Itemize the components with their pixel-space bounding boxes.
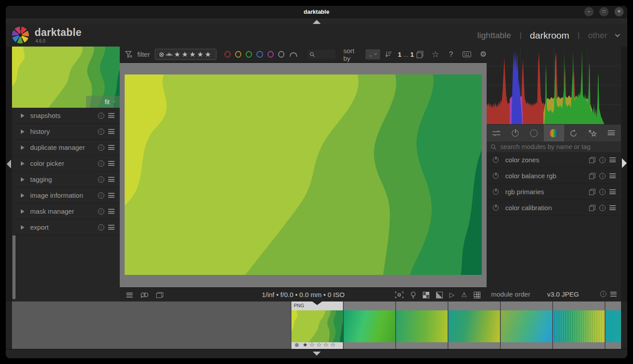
range-star-icon[interactable]: ★ <box>167 51 172 57</box>
info-icon[interactable] <box>98 113 104 119</box>
info-icon[interactable] <box>98 192 104 199</box>
enable-module-icon[interactable] <box>492 188 499 195</box>
presets-menu-icon[interactable] <box>609 205 616 210</box>
info-icon[interactable] <box>599 189 605 195</box>
star-rating[interactable]: ★☆☆☆☆ <box>303 342 337 348</box>
tab-active-modules[interactable] <box>487 125 506 141</box>
info-icon[interactable] <box>98 224 104 231</box>
multi-instance-icon[interactable] <box>589 173 595 179</box>
multi-instance-icon[interactable] <box>589 205 595 211</box>
presets-menu-icon[interactable] <box>108 161 114 166</box>
reject-icon[interactable]: ⊗ <box>295 342 299 348</box>
color-label-any-icon[interactable] <box>290 52 297 57</box>
enable-module-icon[interactable] <box>492 172 499 179</box>
module-snapshots[interactable]: snapshots <box>12 108 120 124</box>
views-chevron-down-icon[interactable] <box>615 32 620 37</box>
filmstrip-thumbnail-2[interactable] <box>343 301 395 349</box>
sort-criteria-dropdown[interactable]: .. <box>366 49 380 59</box>
iso12646-lamp-icon[interactable] <box>410 291 416 299</box>
filmstrip-thumbnail-3[interactable] <box>395 301 448 349</box>
gamut-check-icon[interactable] <box>423 292 429 298</box>
tab-color-modules[interactable] <box>544 125 564 141</box>
module-color-zones[interactable]: color zones <box>487 152 621 168</box>
close-button[interactable]: ✕ <box>614 7 624 16</box>
overexposure-warning-icon[interactable] <box>436 292 443 298</box>
presets-menu-icon[interactable] <box>609 189 616 194</box>
filter-search-input[interactable] <box>316 51 335 58</box>
module-export[interactable]: export <box>12 219 120 235</box>
presets-menu-icon[interactable] <box>610 292 617 297</box>
color-label-gray-icon[interactable] <box>278 51 284 58</box>
module-color-balance-rgb[interactable]: color balance rgb <box>487 168 621 184</box>
collapse-filmstrip-icon[interactable] <box>312 301 322 305</box>
tab-effects-modules[interactable] <box>583 125 602 141</box>
view-lighttable[interactable]: lighttable <box>477 31 511 40</box>
view-other[interactable]: other <box>588 31 607 40</box>
favorite-star-icon[interactable]: ☆ <box>432 49 439 59</box>
zoom-mode-dropdown[interactable]: fit <box>86 96 120 108</box>
titlebar[interactable]: darktable – □ ✕ <box>6 6 627 18</box>
rating-filter[interactable]: ⊗ ★ ★★★★★ <box>155 49 216 60</box>
module-image-information[interactable]: image information <box>12 188 120 204</box>
color-label-green-icon[interactable] <box>246 51 252 58</box>
maximize-button[interactable]: □ <box>599 7 609 16</box>
collapse-left-panel-icon[interactable] <box>7 160 11 168</box>
presets-menu-icon[interactable] <box>108 177 114 182</box>
info-icon[interactable] <box>98 160 104 167</box>
color-label-blue-icon[interactable] <box>256 51 263 58</box>
filmstrip-thumbnail-7[interactable] <box>605 301 621 349</box>
shortcuts-keyboard-icon[interactable] <box>463 51 471 57</box>
info-icon[interactable] <box>599 173 605 179</box>
info-icon[interactable] <box>98 129 104 135</box>
guide-grid-icon[interactable] <box>474 292 480 298</box>
enable-module-icon[interactable] <box>492 157 499 163</box>
module-rgb-primaries[interactable]: rgb primaries <box>487 184 621 200</box>
presets-menu-icon[interactable] <box>108 209 114 214</box>
focus-peaking-icon[interactable] <box>395 291 404 298</box>
filmstrip[interactable]: PNG ⊗ ★☆☆☆☆ <box>12 301 621 349</box>
info-icon[interactable] <box>98 176 104 183</box>
sort-order-icon[interactable] <box>385 51 392 58</box>
info-icon[interactable] <box>599 205 605 211</box>
color-label-purple-icon[interactable] <box>267 51 274 58</box>
tab-technical-modules[interactable] <box>506 125 524 141</box>
module-duplicate-manager[interactable]: duplicate manager <box>12 140 120 156</box>
module-order-row[interactable]: module order v3.0 JPEG <box>487 286 621 301</box>
grouping-icon[interactable] <box>417 51 423 58</box>
info-icon[interactable] <box>600 291 606 297</box>
navigation-preview[interactable]: fit <box>12 47 120 108</box>
filmstrip-thumbnail-4[interactable] <box>448 301 500 349</box>
enable-module-icon[interactable] <box>492 204 499 211</box>
view-darkroom[interactable]: darkroom <box>530 30 570 41</box>
collapse-bottom-panel-icon[interactable] <box>313 352 321 356</box>
presets-menu-icon[interactable] <box>609 157 616 162</box>
info-icon[interactable] <box>98 208 104 215</box>
filmstrip-thumbnail-6[interactable] <box>552 301 605 349</box>
filter-funnel-icon[interactable] <box>125 51 133 59</box>
expand-top-panel-icon[interactable] <box>313 20 321 24</box>
module-tagging[interactable]: tagging <box>12 172 120 188</box>
softproof-icon[interactable]: ▷ <box>449 291 455 299</box>
presets-menu-icon[interactable] <box>609 173 616 178</box>
module-groups-menu[interactable] <box>602 125 621 141</box>
presets-menu-icon[interactable] <box>108 145 114 150</box>
module-history[interactable]: history <box>12 124 120 140</box>
preferences-gear-icon[interactable]: ⚙ <box>480 50 487 59</box>
raw-overexposure-warning-icon[interactable]: ⚠ <box>461 291 467 299</box>
filmstrip-thumbnail-5[interactable] <box>500 301 552 349</box>
multi-instance-icon[interactable] <box>589 189 595 195</box>
darkroom-canvas[interactable] <box>120 63 487 287</box>
color-label-yellow-icon[interactable] <box>235 51 241 58</box>
star-rating-filter[interactable]: ★★★★★ <box>174 51 212 58</box>
module-color-calibration[interactable]: color calibration <box>487 200 621 216</box>
info-icon[interactable] <box>98 145 104 151</box>
filmstrip-thumbnail-1-selected[interactable]: PNG ⊗ ★☆☆☆☆ <box>291 301 343 349</box>
tab-base-modules[interactable] <box>525 125 543 141</box>
tab-correction-modules[interactable] <box>564 125 583 141</box>
presets-menu-icon[interactable] <box>108 129 114 134</box>
help-icon[interactable]: ? <box>449 51 453 59</box>
filter-search-box[interactable] <box>308 50 335 59</box>
color-label-red-icon[interactable] <box>224 51 231 58</box>
presets-menu-icon[interactable] <box>108 225 114 230</box>
histogram[interactable] <box>487 47 621 124</box>
